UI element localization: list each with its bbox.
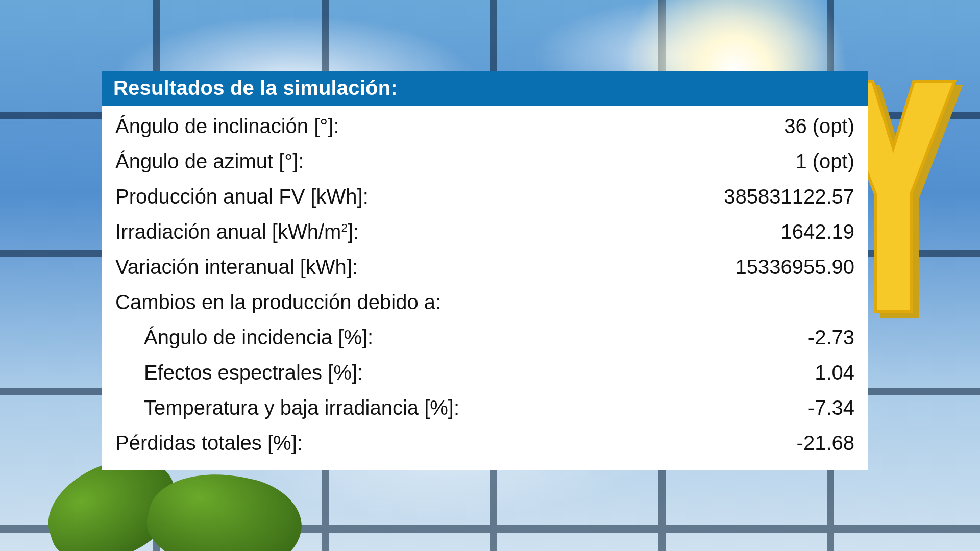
value-azimuth-angle: 1 (opt) [795, 150, 854, 173]
label-annual-pv: Producción anual FV [kWh]: [115, 185, 369, 208]
results-card: Resultados de la simulación: Ángulo de i… [102, 71, 868, 470]
label-angle-of-incidence: Ángulo de incidencia [%]: [115, 326, 373, 349]
value-angle-of-incidence: -2.73 [808, 326, 854, 349]
value-annual-pv: 385831122.57 [724, 185, 854, 208]
label-spectral-effects: Efectos espectrales [%]: [115, 361, 363, 384]
row-total-losses: Pérdidas totales [%]: -21.68 [115, 425, 854, 461]
label-azimuth-angle: Ángulo de azimut [°]: [115, 150, 304, 173]
value-tilt-angle: 36 (opt) [784, 115, 854, 138]
row-annual-pv: Producción anual FV [kWh]: 385831122.57 [115, 179, 854, 214]
label-changes-heading: Cambios en la producción debido a: [115, 291, 441, 314]
row-interannual-variation: Variación interanual [kWh]: 15336955.90 [115, 249, 854, 285]
row-tilt-angle: Ángulo de inclinación [°]: 36 (opt) [115, 109, 854, 144]
row-spectral-effects: Efectos espectrales [%]: 1.04 [115, 355, 854, 390]
row-azimuth-angle: Ángulo de azimut [°]: 1 (opt) [115, 144, 854, 179]
label-annual-irradiation: Irradiación anual [kWh/m2]: [115, 220, 359, 243]
label-interannual-variation: Variación interanual [kWh]: [115, 256, 358, 279]
results-rows: Ángulo de inclinación [°]: 36 (opt) Ángu… [102, 106, 868, 470]
label-tilt-angle: Ángulo de inclinación [°]: [115, 115, 339, 138]
row-changes-heading: Cambios en la producción debido a: [115, 285, 854, 320]
value-interannual-variation: 15336955.90 [735, 256, 854, 279]
label-temp-low-irradiance: Temperatura y baja irradiancia [%]: [115, 396, 459, 419]
row-temp-low-irradiance: Temperatura y baja irradiancia [%]: -7.3… [115, 390, 854, 425]
value-annual-irradiation: 1642.19 [780, 220, 854, 243]
row-annual-irradiation: Irradiación anual [kWh/m2]: 1642.19 [115, 214, 854, 249]
label-total-losses: Pérdidas totales [%]: [115, 432, 303, 455]
value-total-losses: -21.68 [797, 432, 854, 455]
row-angle-of-incidence: Ángulo de incidencia [%]: -2.73 [115, 320, 854, 355]
value-spectral-effects: 1.04 [815, 361, 854, 384]
results-header: Resultados de la simulación: [102, 71, 868, 106]
value-temp-low-irradiance: -7.34 [808, 396, 854, 419]
